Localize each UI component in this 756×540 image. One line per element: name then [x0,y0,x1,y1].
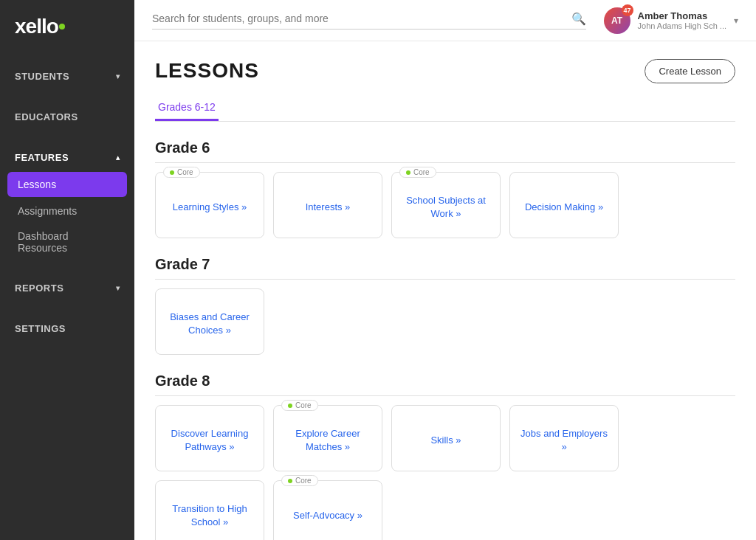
sidebar-item-educators[interactable]: EDUCATORS [0,104,134,130]
lesson-card-school-subjects[interactable]: Core School Subjects at Work » [391,172,501,238]
sidebar-nav: STUDENTS ▾ EDUCATORS FEATURES ▴ Lessons … [0,56,134,540]
lesson-card-jobs-employers[interactable]: Jobs and Employers » [509,405,619,471]
logo: xello [0,0,134,56]
grade-8-section: Grade 8 Discover Learning Pathways » Cor… [155,373,735,540]
sidebar-section-settings: SETTINGS [0,308,134,349]
lesson-title-skills: Skills » [402,420,489,460]
sidebar-sub-item-lessons[interactable]: Lessons [7,172,127,197]
chevron-up-icon: ▴ [116,153,120,162]
sidebar-label-reports: REPORTS [15,283,63,294]
grade-6-section: Grade 6 Core Learning Styles » Interests… [155,139,735,238]
search-input[interactable] [152,13,566,24]
lesson-title-biases-career: Biases and Career Choices » [166,304,253,344]
lesson-card-decision-making[interactable]: Decision Making » [509,172,619,238]
sidebar-section-students: STUDENTS ▾ [0,56,134,97]
user-menu[interactable]: AT 47 Amber Thomas John Adams High Sch .… [604,7,738,34]
lesson-card-transition-high[interactable]: Transition to High School » [155,480,264,540]
user-school: John Adams High Sch ... [638,21,726,30]
grade-7-lessons-grid: Biases and Career Choices » [155,288,735,355]
sidebar-section-educators: EDUCATORS [0,97,134,137]
core-dot-3 [288,404,292,408]
lesson-card-discover-learning[interactable]: Discover Learning Pathways » [155,405,264,471]
core-badge-explore-career: Core [281,400,318,411]
lesson-card-interests[interactable]: Interests » [273,172,382,238]
sidebar-sub-item-assignments[interactable]: Assignments [0,198,134,224]
search-icon: 🔍 [571,12,586,26]
lesson-card-skills[interactable]: Skills » [391,405,501,471]
content-area: LESSONS Create Lesson Grades 6-12 Grade … [134,41,756,540]
core-dot [170,170,174,175]
sidebar-label-features: FEATURES [15,152,69,163]
lesson-card-learning-styles[interactable]: Core Learning Styles » [155,172,264,238]
grade-7-title: Grade 7 [155,256,735,280]
tab-grades-6-12[interactable]: Grades 6-12 [155,95,219,121]
sidebar-label-educators: EDUCATORS [15,111,78,122]
page-header: LESSONS Create Lesson [155,59,735,83]
sidebar-item-reports[interactable]: REPORTS ▾ [0,275,134,301]
core-badge: Core [163,167,200,178]
create-lesson-button[interactable]: Create Lesson [645,59,735,83]
sidebar-sub-item-dashboard-resources[interactable]: Dashboard Resources [0,224,134,260]
lesson-title-decision-making: Decision Making » [520,187,608,227]
lesson-title-school-subjects: School Subjects at Work » [402,187,489,227]
sidebar-item-settings[interactable]: SETTINGS [0,316,134,342]
lesson-card-explore-career[interactable]: Core Explore Career Matches » [273,405,382,471]
sidebar: xello STUDENTS ▾ EDUCATORS FEATURES ▴ Le… [0,0,134,540]
sidebar-item-features[interactable]: FEATURES ▴ [0,145,134,170]
grade-8-title: Grade 8 [155,373,735,396]
sidebar-item-students[interactable]: STUDENTS ▾ [0,63,134,89]
lesson-card-biases-career[interactable]: Biases and Career Choices » [155,288,264,355]
lesson-title-jobs-employers: Jobs and Employers » [520,420,608,460]
logo-dot [59,24,65,30]
lesson-title-self-advocacy: Self-Advocacy » [284,496,371,536]
main-content: 🔍 AT 47 Amber Thomas John Adams High Sch… [134,0,756,540]
lesson-title-interests: Interests » [284,187,371,227]
user-name: Amber Thomas [638,10,726,21]
sidebar-section-features: FEATURES ▴ Lessons Assignments Dashboard… [0,137,134,268]
core-dot-4 [288,479,292,483]
sidebar-label-students: STUDENTS [15,71,69,82]
lesson-title-learning-styles: Learning Styles » [166,187,253,227]
tabs: Grades 6-12 [155,95,735,122]
core-badge-self-advocacy: Core [281,475,318,486]
sidebar-label-settings: SETTINGS [15,323,66,334]
grade-7-section: Grade 7 Biases and Career Choices » [155,256,735,355]
chevron-down-icon: ▾ [116,72,120,80]
sidebar-section-reports: REPORTS ▾ [0,268,134,308]
search-bar[interactable]: 🔍 [152,12,586,30]
grade-6-title: Grade 6 [155,139,735,163]
lesson-title-discover-learning: Discover Learning Pathways » [166,420,253,460]
logo-text: xell [15,15,47,38]
avatar: AT 47 [604,7,630,34]
grade-6-lessons-grid: Core Learning Styles » Interests » Core … [155,172,735,238]
core-dot-2 [406,170,410,175]
core-badge-school-subjects: Core [399,167,436,178]
lesson-title-explore-career: Explore Career Matches » [284,420,371,460]
chevron-down-icon-reports: ▾ [116,284,120,292]
chevron-down-icon-user: ▾ [734,15,738,26]
page-title: LESSONS [155,59,259,83]
lesson-title-transition-high: Transition to High School » [166,496,253,536]
user-info: Amber Thomas John Adams High Sch ... [638,10,726,30]
avatar-badge: 47 [622,4,633,16]
header: 🔍 AT 47 Amber Thomas John Adams High Sch… [134,0,756,41]
lesson-card-self-advocacy[interactable]: Core Self-Advocacy » [273,480,382,540]
grade-8-lessons-grid: Discover Learning Pathways » Core Explor… [155,405,735,540]
